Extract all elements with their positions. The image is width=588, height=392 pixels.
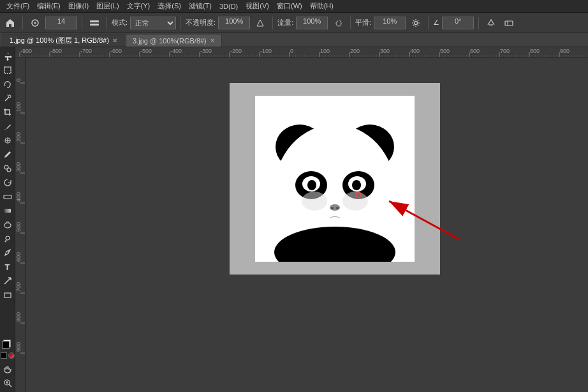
- path-select-tool[interactable]: [1, 275, 14, 287]
- angle-input[interactable]: 0°: [442, 17, 474, 29]
- gradient-tool[interactable]: [1, 204, 14, 217]
- tab-1jpg-close[interactable]: ✕: [112, 37, 117, 44]
- menu-select[interactable]: 选择(S): [154, 0, 185, 12]
- color-swatches: [2, 340, 13, 351]
- main-area: T: [0, 47, 588, 392]
- svg-point-40: [302, 192, 327, 211]
- image-container: [230, 83, 440, 275]
- angle-label: ∠: [433, 19, 439, 27]
- color-area: [1, 340, 15, 361]
- svg-rect-2: [90, 20, 99, 22]
- svg-point-4: [415, 21, 418, 24]
- brush-size-input[interactable]: 14: [45, 17, 77, 29]
- eyedropper-tool[interactable]: [1, 120, 14, 133]
- eraser-tool[interactable]: [1, 190, 14, 203]
- smoothing-label: 平滑:: [355, 18, 371, 27]
- tab-1jpg[interactable]: 1.jpg @ 100% (图层 1, RGB/8#) ✕: [3, 34, 124, 47]
- svg-rect-3: [90, 24, 99, 26]
- svg-point-38: [331, 207, 334, 209]
- svg-point-19: [4, 223, 11, 228]
- svg-line-24: [9, 384, 11, 387]
- svg-point-9: [8, 95, 11, 98]
- sep3: [107, 17, 107, 29]
- menu-bar: 文件(F) 编辑(E) 图像(I) 图层(L) 文字(Y) 选择(S) 滤镜(T…: [0, 0, 588, 13]
- menu-view[interactable]: 视图(V): [242, 0, 273, 12]
- tab-3jpg-close[interactable]: ✕: [210, 37, 215, 44]
- pen-tool[interactable]: [1, 246, 14, 259]
- canvas-area[interactable]: [26, 57, 588, 392]
- shape-tool[interactable]: [1, 289, 14, 301]
- quick-mask-on[interactable]: [8, 352, 15, 359]
- menu-image[interactable]: 图像(I): [64, 0, 92, 12]
- clone-stamp-tool[interactable]: [1, 162, 14, 175]
- brush-preset-icon[interactable]: [27, 15, 43, 31]
- text-tool[interactable]: T: [1, 260, 14, 273]
- options-toolbar: 14 模式: 正常 溶解 正片叠底 不透明度: 100% 流量: 100% 平滑…: [0, 13, 588, 33]
- magic-wand-tool[interactable]: [1, 92, 14, 105]
- svg-point-36: [352, 180, 361, 190]
- svg-rect-22: [4, 293, 11, 298]
- gear-icon[interactable]: [408, 15, 423, 31]
- move-tool[interactable]: [1, 50, 14, 63]
- ruler-top: [15, 47, 588, 57]
- svg-rect-18: [4, 209, 11, 213]
- sep8: [478, 17, 479, 29]
- mode-label: 模式:: [112, 18, 128, 27]
- menu-help[interactable]: 帮助(H): [306, 0, 337, 12]
- menu-3d[interactable]: 3D(D): [216, 0, 242, 12]
- hand-tool[interactable]: [1, 363, 14, 375]
- smoothing-input[interactable]: 10%: [374, 17, 406, 29]
- rulers-area: [15, 47, 588, 392]
- lasso-tool[interactable]: [1, 78, 14, 91]
- spot-heal-tool[interactable]: [1, 134, 14, 147]
- opacity-input[interactable]: 100%: [218, 17, 250, 29]
- content-row: [15, 57, 588, 392]
- left-toolbar: T: [0, 47, 15, 392]
- tab-3jpg[interactable]: 3.jpg @ 100%(RGB/8#) ✕: [126, 34, 222, 47]
- sep6: [350, 17, 351, 29]
- sep1: [22, 17, 23, 29]
- history-brush-tool[interactable]: [1, 176, 14, 189]
- menu-window[interactable]: 窗口(W): [273, 0, 306, 12]
- foreground-color-swatch[interactable]: [2, 341, 10, 349]
- mode-select[interactable]: 正常 溶解 正片叠底: [130, 17, 176, 29]
- crop-tool[interactable]: [1, 106, 14, 119]
- stylus-pressure-icon[interactable]: [253, 15, 268, 31]
- svg-point-41: [342, 192, 368, 211]
- airbrush-icon[interactable]: [330, 15, 346, 31]
- toggle-icon[interactable]: [87, 15, 102, 31]
- home-icon[interactable]: [3, 15, 18, 31]
- dodge-tool[interactable]: [1, 232, 14, 245]
- menu-edit[interactable]: 编辑(E): [33, 0, 64, 12]
- svg-point-1: [34, 22, 36, 24]
- erase-mode-icon[interactable]: [501, 15, 517, 31]
- sep2: [82, 17, 82, 29]
- sep5: [272, 17, 273, 29]
- panda-image: [255, 96, 415, 262]
- brush-tool[interactable]: [1, 148, 14, 161]
- svg-line-8: [5, 97, 9, 101]
- sep4: [180, 17, 181, 29]
- image-inner: [255, 96, 415, 262]
- zoom-tool[interactable]: [1, 377, 14, 389]
- blur-tool[interactable]: [1, 218, 14, 231]
- svg-point-39: [336, 207, 339, 209]
- svg-point-20: [6, 236, 10, 240]
- flow-label: 流量:: [277, 18, 293, 27]
- svg-rect-7: [4, 67, 11, 73]
- tab-3jpg-label: 3.jpg @ 100%(RGB/8#): [133, 37, 207, 45]
- flow-input[interactable]: 100%: [296, 17, 328, 29]
- tab-1jpg-label: 1.jpg @ 100% (图层 1, RGB/8#): [10, 36, 109, 45]
- ruler-left: [15, 57, 26, 392]
- quick-mask-off[interactable]: [1, 352, 7, 359]
- menu-layer[interactable]: 图层(L): [92, 0, 122, 12]
- menu-file[interactable]: 文件(F): [3, 0, 33, 12]
- rect-select-tool[interactable]: [1, 64, 14, 77]
- menu-filter[interactable]: 滤镜(T): [185, 0, 216, 12]
- tab-bar: 1.jpg @ 100% (图层 1, RGB/8#) ✕ 3.jpg @ 10…: [0, 33, 588, 47]
- sep7: [428, 17, 429, 29]
- opacity-label: 不透明度:: [186, 18, 216, 27]
- pen-pressure-icon[interactable]: [483, 15, 499, 31]
- menu-text[interactable]: 文字(Y): [123, 0, 154, 12]
- svg-point-35: [307, 180, 316, 190]
